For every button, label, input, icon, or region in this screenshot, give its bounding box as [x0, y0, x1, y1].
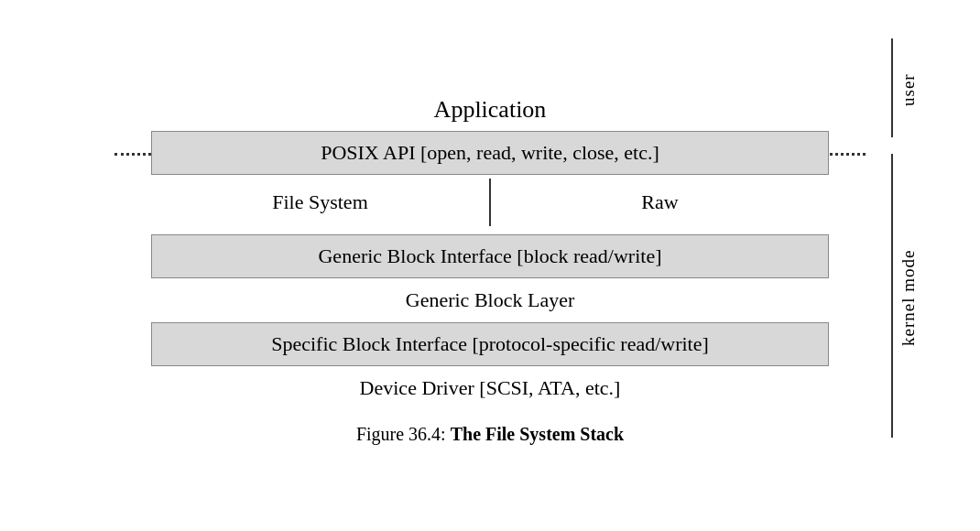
posix-box: POSIX API [open, read, write, close, etc… [151, 131, 829, 175]
device-driver-label: Device Driver [SCSI, ATA, etc.] [151, 369, 829, 407]
figure-caption-prefix: Figure 36.4: [356, 424, 451, 444]
raw-cell: Raw [491, 179, 829, 226]
user-mode-label: user [898, 44, 919, 135]
figure-caption: Figure 36.4: The File System Stack [356, 424, 624, 445]
generic-block-interface-box: Generic Block Interface [block read/writ… [151, 234, 829, 278]
figure-caption-bold: The File System Stack [451, 424, 624, 444]
generic-block-layer-label: Generic Block Layer [151, 281, 829, 320]
diagram-container: user kernel mode Application POSIX API [… [50, 18, 930, 513]
fs-raw-row: File System Raw [151, 179, 829, 226]
kernel-mode-label: kernel mode [898, 160, 919, 435]
kernel-bracket [891, 154, 893, 438]
filesystem-cell: File System [151, 179, 489, 226]
stack-area: Application POSIX API [open, read, write… [114, 87, 866, 445]
user-bracket [891, 38, 893, 137]
application-label: Application [434, 87, 547, 136]
specific-block-interface-box: Specific Block Interface [protocol-speci… [151, 322, 829, 366]
posix-row: POSIX API [open, read, write, close, etc… [114, 136, 866, 169]
